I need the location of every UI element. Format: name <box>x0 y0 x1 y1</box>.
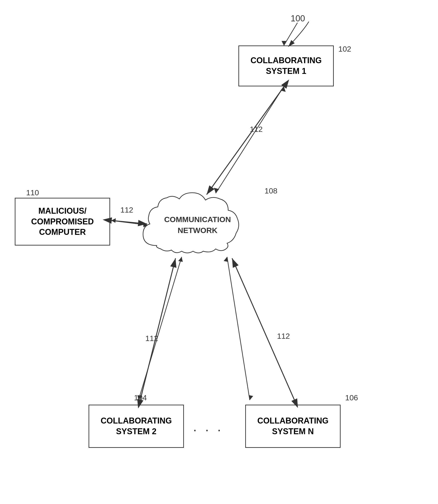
svg-line-2 <box>216 86 284 193</box>
svg-marker-4 <box>280 86 286 92</box>
svg-marker-1 <box>282 41 286 46</box>
svg-text:112: 112 <box>277 332 290 340</box>
collab-system-2-box: COLLABORATINGSYSTEM 2 <box>88 405 184 448</box>
collab-system-1-label: COLLABORATINGSYSTEM 1 <box>251 55 321 77</box>
svg-text:112: 112 <box>250 125 263 133</box>
ref-104: 104 <box>134 393 147 402</box>
svg-line-22 <box>232 258 294 400</box>
collab-system-1-box: COLLABORATINGSYSTEM 1 <box>238 46 334 86</box>
ref-106: 106 <box>345 393 358 402</box>
ref-100: 100 <box>291 14 305 23</box>
svg-marker-12 <box>249 395 253 400</box>
svg-line-16 <box>207 87 284 195</box>
svg-line-20 <box>140 258 175 400</box>
ref-102: 102 <box>338 45 351 53</box>
collab-system-2-label: COLLABORATINGSYSTEM 2 <box>101 416 172 437</box>
svg-line-8 <box>139 257 182 400</box>
svg-line-0 <box>284 23 297 46</box>
svg-text:112: 112 <box>120 206 133 214</box>
malicious-computer-box: MALICIOUS/COMPROMISEDCOMPUTER <box>15 198 110 246</box>
collab-system-n-box: COLLABORATINGSYSTEM N <box>245 405 340 448</box>
ref-110: 110 <box>26 188 39 197</box>
svg-marker-6 <box>111 218 116 223</box>
diagram-container: 100 <box>0 0 438 504</box>
network-cloud: COMMUNICATIONNETWORK <box>134 186 261 259</box>
network-label: COMMUNICATIONNETWORK <box>164 214 231 236</box>
ellipsis-dots: · · · <box>193 422 223 437</box>
ref-108: 108 <box>264 186 277 195</box>
collab-system-n-label: COLLABORATINGSYSTEM N <box>257 416 328 437</box>
svg-text:112: 112 <box>145 334 158 343</box>
svg-line-11 <box>227 257 250 400</box>
malicious-computer-label: MALICIOUS/COMPROMISEDCOMPUTER <box>31 206 94 238</box>
